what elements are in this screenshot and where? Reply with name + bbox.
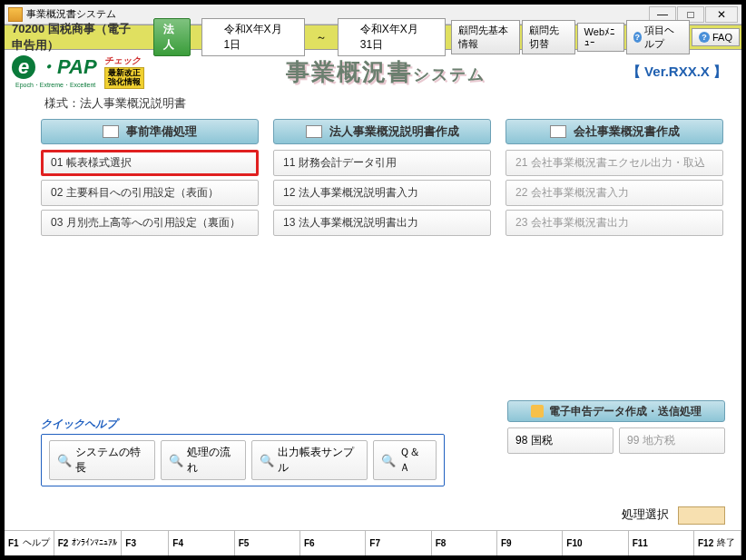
client-code-name: 70200 国税商事（電子申告用） — [5, 21, 148, 54]
process-select-input[interactable] — [678, 506, 725, 525]
search-icon: 🔍 — [260, 454, 274, 467]
hojin-panel-title: 法人事業概況説明書作成 — [329, 123, 459, 140]
process-select-row: 処理選択 — [5, 490, 741, 530]
efile-panel: 電子申告データ作成・送信処理 98 国税 99 地方税 — [507, 400, 725, 454]
panels-row: 事前準備処理 01 帳表様式選択 02 主要科目への引用設定（表面） 03 月別… — [5, 115, 741, 400]
faq-icon: ? — [699, 32, 710, 43]
f6-cell[interactable]: F6 — [300, 531, 366, 555]
logo-block: e ・PAP Epoch・Extreme・Excellent — [12, 54, 97, 90]
epap-logo: e ・PAP — [12, 54, 97, 81]
f12-cell[interactable]: F12終了 — [694, 531, 741, 555]
menu-22-input: 22 会社事業概況書入力 — [506, 180, 723, 206]
prep-panel: 事前準備処理 01 帳表様式選択 02 主要科目への引用設定（表面） 03 月別… — [41, 119, 259, 400]
kaisha-panel-header: 会社事業概況書作成 — [506, 119, 723, 144]
prep-panel-title: 事前準備処理 — [126, 123, 197, 140]
menu-12-input[interactable]: 12 法人事業概況説明書入力 — [273, 180, 491, 206]
version-label: 【 Ver.RXX.X 】 — [627, 64, 727, 81]
hojin-panel-header: 法人事業概況説明書作成 — [273, 119, 491, 144]
efile-title: 電子申告データ作成・送信処理 — [549, 404, 702, 419]
faq-button[interactable]: ?FAQ — [692, 28, 740, 46]
app-icon — [8, 7, 23, 22]
web-menu-button[interactable]: Webﾒﾆｭｰ — [577, 23, 624, 52]
main-title-a: 事業概況書 — [286, 58, 413, 85]
f8-cell[interactable]: F8 — [432, 531, 497, 555]
f11-cell[interactable]: F11 — [629, 531, 694, 555]
check-badge[interactable]: チェック 最新改正 強化情報 — [104, 54, 144, 89]
search-icon: 🔍 — [381, 454, 396, 467]
qh-b1-label: システムの特長 — [75, 445, 147, 476]
check-label: チェック — [104, 54, 144, 67]
f2-label: ｵﾝﾗｲﾝﾏﾆｭｱﾙ — [72, 538, 117, 548]
qh-features-button[interactable]: 🔍システムの特長 — [49, 440, 155, 480]
qh-sample-button[interactable]: 🔍出力帳表サンプル — [251, 440, 368, 480]
qh-flow-button[interactable]: 🔍処理の流れ — [161, 440, 246, 480]
search-icon: 🔍 — [57, 454, 72, 467]
efile-icon — [531, 405, 544, 418]
check-box: 最新改正 強化情報 — [104, 67, 144, 89]
logo-bar: e ・PAP Epoch・Extreme・Excellent チェック 最新改正… — [5, 50, 741, 90]
faq-label: FAQ — [712, 32, 732, 43]
kaisha-item-list: 21 会社事業概況書エクセル出力・取込 22 会社事業概況書入力 23 会社事業… — [506, 150, 723, 236]
kaisha-panel-icon — [550, 125, 566, 138]
menu-01-form-select[interactable]: 01 帳表様式選択 — [41, 150, 259, 176]
bottom-area: 電子申告データ作成・送信処理 98 国税 99 地方税 クイックヘルプ 🔍システ… — [5, 400, 741, 490]
f2-cell[interactable]: F2ｵﾝﾗｲﾝﾏﾆｭｱﾙ — [54, 531, 123, 555]
main-title-b: システム — [413, 65, 486, 84]
efile-kokuzei-button[interactable]: 98 国税 — [507, 427, 613, 454]
close-button[interactable]: ✕ — [705, 6, 738, 23]
f9-cell[interactable]: F9 — [497, 531, 563, 555]
logo-subtitle: Epoch・Extreme・Excellent — [15, 81, 97, 90]
f5-cell[interactable]: F5 — [235, 531, 300, 555]
menu-23-output: 23 会社事業概況書出力 — [506, 210, 723, 236]
function-key-bar: F1ヘルプ F2ｵﾝﾗｲﾝﾏﾆｭｱﾙ F3 F4 F5 F6 F7 F8 F9 … — [5, 530, 741, 555]
prep-panel-header: 事前準備処理 — [41, 119, 259, 144]
format-line: 様式：法人事業概況説明書 — [5, 90, 741, 115]
menu-13-output[interactable]: 13 法人事業概況説明書出力 — [273, 210, 491, 236]
qh-b3-label: 出力帳表サンプル — [278, 445, 359, 476]
hojin-panel-icon — [306, 125, 322, 138]
menu-11-import[interactable]: 11 財務会計データ引用 — [273, 150, 491, 176]
logo-text: ・PAP — [37, 54, 97, 81]
f7-cell[interactable]: F7 — [366, 531, 431, 555]
quickhelp-fieldset: 🔍システムの特長 🔍処理の流れ 🔍出力帳表サンプル 🔍Ｑ＆Ａ — [41, 434, 445, 486]
process-select-label: 処理選択 — [622, 507, 669, 521]
efile-header: 電子申告データ作成・送信処理 — [507, 400, 725, 422]
logo-e-icon: e — [12, 55, 35, 79]
item-help-label: 項目ヘルプ — [644, 24, 682, 51]
f1-label: ヘルプ — [23, 538, 50, 548]
menu-21-excel: 21 会社事業概況書エクセル出力・取込 — [506, 150, 723, 176]
menu-03-monthly-sales[interactable]: 03 月別売上高等への引用設定（裏面） — [41, 210, 259, 236]
qh-qa-button[interactable]: 🔍Ｑ＆Ａ — [373, 440, 437, 480]
qh-b2-label: 処理の流れ — [187, 445, 238, 476]
qh-b4-label: Ｑ＆Ａ — [399, 445, 428, 476]
main-title: 事業概況書システム — [144, 56, 627, 88]
efile-row: 98 国税 99 地方税 — [507, 427, 725, 454]
check-line2: 強化情報 — [108, 78, 141, 87]
info-bar: 70200 国税商事（電子申告用） 法人 令和X年X月1日 ～ 令和X年X月31… — [5, 25, 741, 50]
hojin-panel: 法人事業概況説明書作成 11 財務会計データ引用 12 法人事業概況説明書入力 … — [273, 119, 491, 400]
efile-chihou-button: 99 地方税 — [619, 427, 725, 454]
prep-item-list: 01 帳表様式選択 02 主要科目への引用設定（表面） 03 月別売上高等への引… — [41, 150, 259, 236]
f1-cell[interactable]: F1ヘルプ — [5, 531, 54, 555]
menu-02-main-items[interactable]: 02 主要科目への引用設定（表面） — [41, 180, 259, 206]
f3-cell[interactable]: F3 — [122, 531, 169, 555]
hojin-item-list: 11 財務会計データ引用 12 法人事業概況説明書入力 13 法人事業概況説明書… — [273, 150, 491, 236]
f10-cell[interactable]: F10 — [563, 531, 628, 555]
f4-cell[interactable]: F4 — [169, 531, 234, 555]
search-icon: 🔍 — [169, 454, 183, 467]
help-icon: ? — [633, 32, 642, 43]
period-separator: ～ — [316, 30, 327, 45]
app-window: 事業概況書システム — □ ✕ 70200 国税商事（電子申告用） 法人 令和X… — [5, 5, 741, 555]
prep-panel-icon — [103, 125, 119, 138]
f12-label: 終了 — [717, 538, 735, 548]
kaisha-panel-title: 会社事業概況書作成 — [574, 123, 680, 140]
kaisha-panel: 会社事業概況書作成 21 会社事業概況書エクセル出力・取込 22 会社事業概況書… — [506, 119, 723, 400]
